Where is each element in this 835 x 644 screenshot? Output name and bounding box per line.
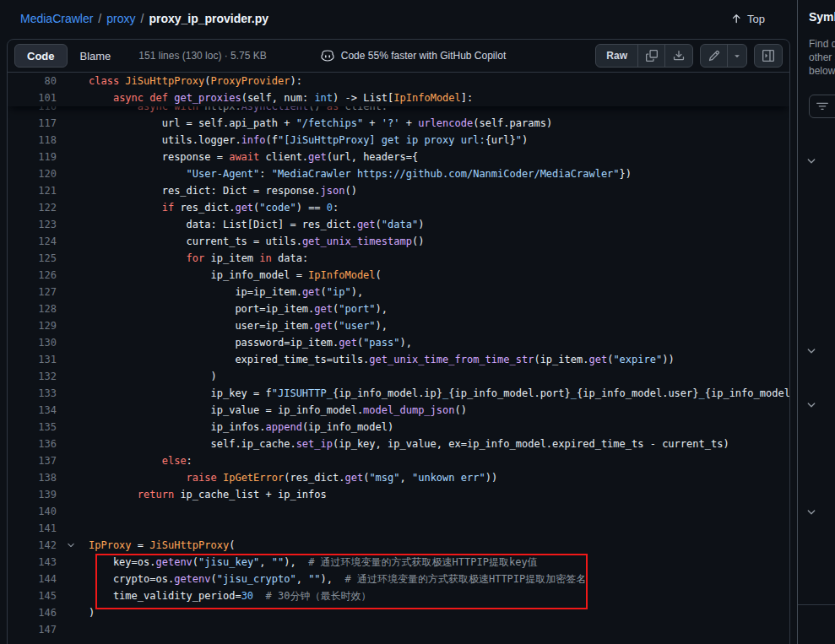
line-number[interactable]: 139: [8, 486, 57, 503]
line-number[interactable]: 143: [8, 554, 57, 571]
collapse-toggle[interactable]: [57, 537, 89, 554]
code-line-123: 123 data: List[Dict] = res_dict.get("dat…: [8, 216, 789, 233]
code-text: port=ip_item.get("port"),: [89, 300, 388, 317]
code-text: "User-Agent": "MediaCrawler https://gith…: [89, 165, 632, 182]
code-line-80: 80class JiSuHttpProxy(ProxyProvider):: [8, 73, 789, 89]
copy-button[interactable]: [638, 45, 665, 67]
code-text: ip=ip_item.get("ip"),: [89, 284, 363, 300]
gutter-spacer: [57, 554, 89, 571]
back-to-top-button[interactable]: Top: [725, 12, 770, 26]
line-number[interactable]: 141: [8, 520, 57, 537]
line-number[interactable]: 123: [8, 216, 57, 233]
line-number[interactable]: 127: [8, 284, 57, 300]
line-number[interactable]: 137: [8, 452, 57, 469]
line-number[interactable]: 144: [8, 571, 57, 587]
tab-code[interactable]: Code: [14, 44, 68, 68]
line-number[interactable]: 142: [8, 537, 57, 554]
code-text: return ip_cache_list + ip_infos: [89, 486, 327, 503]
code-text: password=ip_item.get("pass"),: [89, 334, 412, 351]
gutter-spacer: [57, 233, 89, 250]
line-number[interactable]: 132: [8, 368, 57, 385]
line-number[interactable]: 130: [8, 334, 57, 351]
breadcrumb-folder-link[interactable]: proxy: [106, 12, 135, 25]
download-button[interactable]: [665, 45, 692, 67]
line-number[interactable]: 129: [8, 317, 57, 334]
line-number[interactable]: 125: [8, 250, 57, 267]
code-line-129: 129 user=ip_item.get("user"),: [8, 317, 789, 334]
line-number[interactable]: 136: [8, 436, 57, 452]
line-number[interactable]: 118: [8, 132, 57, 149]
gutter-spacer: [57, 115, 89, 132]
code-line-122: 122 if res_dict.get("code") == 0:: [8, 199, 789, 216]
tab-blame[interactable]: Blame: [68, 44, 124, 68]
line-number[interactable]: 119: [8, 149, 57, 165]
code-line-140: 140: [8, 503, 789, 520]
gutter-spacer: [57, 199, 89, 216]
symbol-row[interactable]: [805, 399, 835, 413]
copilot-icon: [321, 49, 334, 62]
edit-actions-group: [700, 44, 747, 68]
breadcrumb-repo-link[interactable]: MediaCrawler: [20, 12, 93, 25]
line-number[interactable]: 122: [8, 199, 57, 216]
code-text: ip_value = ip_info_model.model_dump_json…: [89, 402, 467, 419]
line-number[interactable]: 133: [8, 385, 57, 402]
symbols-filter: [809, 95, 835, 118]
line-number[interactable]: 126: [8, 267, 57, 284]
line-number[interactable]: 121: [8, 182, 57, 199]
pencil-icon: [708, 50, 720, 62]
line-number[interactable]: 117: [8, 115, 57, 132]
line-number[interactable]: 147: [8, 621, 57, 638]
line-number[interactable]: 140: [8, 503, 57, 520]
code-text: data: List[Dict] = res_dict.get("data"): [89, 216, 424, 233]
symbols-panel-bottom-border: [798, 604, 835, 605]
line-number[interactable]: 138: [8, 469, 57, 486]
symbol-row[interactable]: [805, 155, 835, 169]
code-line-142: 142IpProxy = JiSuHttpProxy(: [8, 537, 789, 554]
code-area: 80class JiSuHttpProxy(ProxyProvider):101…: [8, 73, 789, 644]
edit-dropdown-button[interactable]: [728, 45, 746, 67]
gutter-spacer: [57, 486, 89, 503]
line-number[interactable]: 124: [8, 233, 57, 250]
symbol-row[interactable]: [805, 345, 835, 359]
code-text: self.ip_cache.set_ip(ip_key, ip_value, e…: [89, 436, 729, 452]
copilot-banner[interactable]: Code 55% faster with GitHub Copilot: [321, 49, 506, 62]
line-number[interactable]: 80: [8, 73, 57, 89]
code-text: ip_info_model = IpInfoModel(: [89, 267, 382, 284]
code-line-127: 127 ip=ip_item.get("ip"),: [8, 284, 789, 300]
symbols-panel-description: Find definitions and references for func…: [809, 37, 835, 78]
line-number[interactable]: 145: [8, 587, 57, 604]
gutter-spacer: [57, 385, 89, 402]
raw-actions-group: Raw: [595, 44, 693, 68]
code-text: crypto=os.getenv("jisu_crypto", ""), # 通…: [89, 571, 586, 587]
gutter-spacer: [57, 182, 89, 199]
gutter-spacer: [57, 419, 89, 436]
chevron-down-icon: [805, 506, 817, 518]
code-text: if res_dict.get("code") == 0:: [89, 199, 339, 216]
code-line-130: 130 password=ip_item.get("pass"),: [8, 334, 789, 351]
line-number[interactable]: 128: [8, 300, 57, 317]
code-text: for ip_item in data:: [89, 250, 308, 267]
symbol-row[interactable]: [805, 506, 835, 520]
line-number[interactable]: 135: [8, 419, 57, 436]
raw-button[interactable]: Raw: [596, 45, 638, 67]
line-number[interactable]: 120: [8, 165, 57, 182]
gutter-spacer: [57, 368, 89, 385]
line-number[interactable]: 146: [8, 604, 57, 621]
code-line-144: 144 crypto=os.getenv("jisu_crypto", ""),…: [8, 571, 789, 587]
code-line-146: 146): [8, 604, 789, 621]
gutter-spacer: [57, 402, 89, 419]
caret-down-icon: [732, 51, 742, 61]
gutter-spacer: [57, 571, 89, 587]
edit-button[interactable]: [701, 45, 728, 67]
line-number[interactable]: 101: [8, 89, 57, 106]
line-number[interactable]: 134: [8, 402, 57, 419]
code-line-124: 124 current_ts = utils.get_unix_timestam…: [8, 233, 789, 250]
code-line-141: 141: [8, 520, 789, 537]
code-text: async def get_proxies(self, num: int) ->…: [89, 89, 473, 106]
line-number[interactable]: 131: [8, 351, 57, 368]
code-blame-switcher: Code Blame: [14, 44, 123, 68]
copy-icon: [646, 50, 658, 62]
symbols-panel-toggle-button[interactable]: [755, 45, 782, 67]
gutter-spacer: [57, 149, 89, 165]
code-text: key=os.getenv("jisu_key", ""), # 通过环境变量的…: [89, 554, 538, 571]
